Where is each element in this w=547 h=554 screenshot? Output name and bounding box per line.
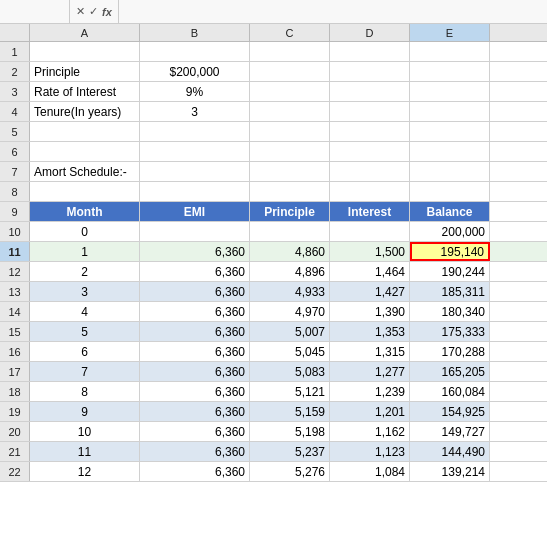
cell[interactable] xyxy=(330,182,410,201)
cell[interactable] xyxy=(410,102,490,121)
cell[interactable]: Principle xyxy=(250,202,330,221)
row-number[interactable]: 3 xyxy=(0,82,30,101)
cell[interactable]: 4,933 xyxy=(250,282,330,301)
cell[interactable]: 1,123 xyxy=(330,442,410,461)
cell[interactable]: 1,201 xyxy=(330,402,410,421)
cell[interactable] xyxy=(140,42,250,61)
cell[interactable] xyxy=(330,142,410,161)
cell[interactable]: 5,159 xyxy=(250,402,330,421)
row-number[interactable]: 18 xyxy=(0,382,30,401)
cell[interactable] xyxy=(410,82,490,101)
cell[interactable] xyxy=(30,142,140,161)
cell[interactable] xyxy=(140,122,250,141)
cell[interactable] xyxy=(410,122,490,141)
cell[interactable] xyxy=(140,222,250,241)
row-number[interactable]: 20 xyxy=(0,422,30,441)
cell[interactable]: 5,121 xyxy=(250,382,330,401)
cell[interactable]: 1,315 xyxy=(330,342,410,361)
row-number[interactable]: 12 xyxy=(0,262,30,281)
row-number[interactable]: 15 xyxy=(0,322,30,341)
cell[interactable]: 144,490 xyxy=(410,442,490,461)
cell[interactable] xyxy=(250,182,330,201)
row-number[interactable]: 21 xyxy=(0,442,30,461)
cell[interactable] xyxy=(330,122,410,141)
cell[interactable] xyxy=(330,42,410,61)
cell[interactable]: 5 xyxy=(30,322,140,341)
cell[interactable]: 154,925 xyxy=(410,402,490,421)
row-number[interactable]: 19 xyxy=(0,402,30,421)
cell[interactable] xyxy=(410,62,490,81)
cell[interactable] xyxy=(250,222,330,241)
cell[interactable]: 1,084 xyxy=(330,462,410,481)
cell[interactable] xyxy=(250,162,330,181)
cell[interactable]: 180,340 xyxy=(410,302,490,321)
cell[interactable]: 149,727 xyxy=(410,422,490,441)
cell[interactable]: 6,360 xyxy=(140,342,250,361)
cancel-icon[interactable]: ✕ xyxy=(76,5,85,18)
cell[interactable]: Interest xyxy=(330,202,410,221)
cell[interactable] xyxy=(30,42,140,61)
col-header-b[interactable]: B xyxy=(140,24,250,41)
cell[interactable] xyxy=(250,62,330,81)
cell[interactable]: 9 xyxy=(30,402,140,421)
cell-reference[interactable] xyxy=(0,0,70,23)
cell[interactable]: 12 xyxy=(30,462,140,481)
cell[interactable] xyxy=(330,102,410,121)
cell[interactable]: 4 xyxy=(30,302,140,321)
col-header-a[interactable]: A xyxy=(30,24,140,41)
cell[interactable] xyxy=(330,222,410,241)
cell[interactable]: Principle xyxy=(30,62,140,81)
cell[interactable] xyxy=(410,182,490,201)
cell[interactable]: 185,311 xyxy=(410,282,490,301)
fx-icon[interactable]: fx xyxy=(102,6,112,18)
cell[interactable] xyxy=(250,82,330,101)
cell[interactable]: 6,360 xyxy=(140,402,250,421)
row-number[interactable]: 11 xyxy=(0,242,30,261)
cell[interactable] xyxy=(330,82,410,101)
cell[interactable] xyxy=(410,42,490,61)
cell[interactable] xyxy=(410,162,490,181)
cell[interactable]: Amort Schedule:- xyxy=(30,162,140,181)
cell[interactable]: 6,360 xyxy=(140,302,250,321)
cell[interactable]: 0 xyxy=(30,222,140,241)
cell[interactable]: 1,390 xyxy=(330,302,410,321)
cell[interactable]: 5,045 xyxy=(250,342,330,361)
cell[interactable] xyxy=(30,122,140,141)
cell[interactable]: 200,000 xyxy=(410,222,490,241)
cell[interactable] xyxy=(30,182,140,201)
cell[interactable] xyxy=(250,122,330,141)
row-number[interactable]: 10 xyxy=(0,222,30,241)
row-number[interactable]: 8 xyxy=(0,182,30,201)
cell[interactable]: 5,198 xyxy=(250,422,330,441)
cell[interactable]: 1,239 xyxy=(330,382,410,401)
cell[interactable]: EMI xyxy=(140,202,250,221)
formula-input[interactable] xyxy=(119,10,547,14)
cell[interactable]: 139,214 xyxy=(410,462,490,481)
row-number[interactable]: 1 xyxy=(0,42,30,61)
row-number[interactable]: 6 xyxy=(0,142,30,161)
cell[interactable]: 3 xyxy=(30,282,140,301)
cell[interactable]: 2 xyxy=(30,262,140,281)
cell[interactable]: 1,427 xyxy=(330,282,410,301)
cell[interactable]: Tenure(In years) xyxy=(30,102,140,121)
cell[interactable]: 6,360 xyxy=(140,282,250,301)
row-number[interactable]: 4 xyxy=(0,102,30,121)
cell[interactable]: 9% xyxy=(140,82,250,101)
cell[interactable] xyxy=(330,62,410,81)
cell[interactable]: 3 xyxy=(140,102,250,121)
row-number[interactable]: 9 xyxy=(0,202,30,221)
cell[interactable]: 1,464 xyxy=(330,262,410,281)
cell[interactable]: 6,360 xyxy=(140,422,250,441)
cell[interactable]: 175,333 xyxy=(410,322,490,341)
row-number[interactable]: 22 xyxy=(0,462,30,481)
cell[interactable]: 6,360 xyxy=(140,262,250,281)
confirm-icon[interactable]: ✓ xyxy=(89,5,98,18)
cell[interactable]: 11 xyxy=(30,442,140,461)
cell[interactable]: 7 xyxy=(30,362,140,381)
cell[interactable]: 6,360 xyxy=(140,442,250,461)
col-header-c[interactable]: C xyxy=(250,24,330,41)
cell[interactable]: 1,500 xyxy=(330,242,410,261)
cell[interactable]: Balance xyxy=(410,202,490,221)
cell[interactable]: 6,360 xyxy=(140,362,250,381)
cell[interactable]: 1,277 xyxy=(330,362,410,381)
